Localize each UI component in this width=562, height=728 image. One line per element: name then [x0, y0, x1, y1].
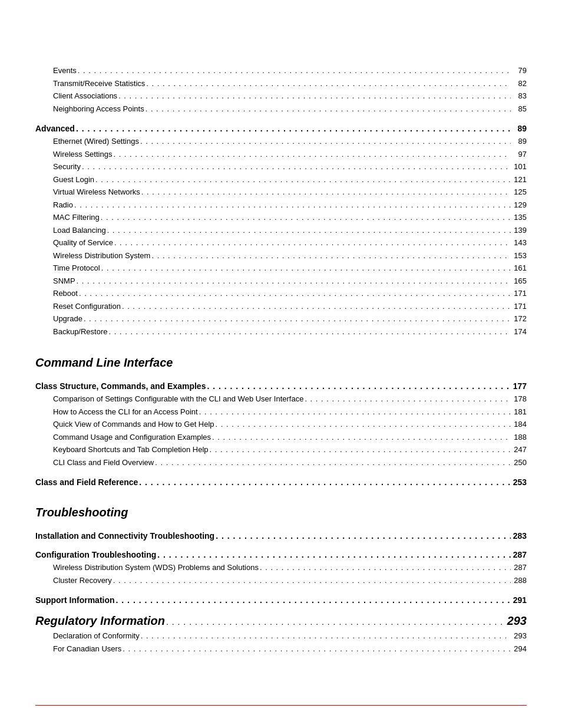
- toc-entry-page: 85: [512, 103, 527, 115]
- toc-entry-dots: . . . . . . . . . . . . . . . . . . . . …: [113, 149, 511, 160]
- toc-entry-page: 89: [512, 136, 527, 147]
- toc-entry-dots: . . . . . . . . . . . . . . . . . . . . …: [260, 562, 511, 574]
- toc-entry-label: Wireless Distribution System (WDS) Probl…: [53, 562, 259, 574]
- toc-entry-dots: . . . . . . . . . . . . . . . . . . . . …: [113, 575, 511, 587]
- toc-entry-dots: . . . . . . . . . . . . . . . . . . . . …: [114, 237, 511, 249]
- toc-entry-dots: . . . . . . . . . . . . . . . . . . . . …: [151, 250, 511, 262]
- section-header-page: 291: [512, 595, 527, 605]
- toc-entry-page: 97: [512, 149, 527, 160]
- chapter-title: Command Line Interface: [35, 356, 527, 370]
- toc-entry: Wireless Distribution System (WDS) Probl…: [35, 562, 527, 574]
- toc-entry-dots: . . . . . . . . . . . . . . . . . . . . …: [82, 161, 511, 173]
- toc-entry-label: Backup/Restore: [53, 326, 108, 338]
- toc-entry-page: 171: [512, 301, 527, 312]
- toc-entry-label: Guest Login: [53, 174, 94, 186]
- toc-entry: CLI Class and Field Overview. . . . . . …: [35, 457, 527, 469]
- toc-section-header: Class Structure, Commands, and Examples.…: [35, 381, 527, 391]
- section-header-label: Configuration Troubleshooting: [35, 550, 156, 559]
- toc-entry: Backup/Restore. . . . . . . . . . . . . …: [35, 326, 527, 338]
- toc-entry-label: Command Usage and Configuration Examples: [53, 431, 211, 443]
- toc-entry-page: 121: [512, 174, 527, 186]
- toc-entry: Upgrade. . . . . . . . . . . . . . . . .…: [35, 313, 527, 325]
- toc-entry: How to Access the CLI for an Access Poin…: [35, 406, 527, 418]
- toc-entry-label: Wireless Distribution System: [53, 250, 150, 262]
- toc-entry: Quality of Service. . . . . . . . . . . …: [35, 237, 527, 249]
- regulatory-header: Regulatory Information. . . . . . . . . …: [35, 614, 527, 628]
- toc-entry-dots: . . . . . . . . . . . . . . . . . . . . …: [107, 225, 511, 236]
- toc-entry-dots: . . . . . . . . . . . . . . . . . . . . …: [123, 643, 511, 655]
- toc-entry-page: 178: [512, 393, 527, 405]
- toc-entry-label: Time Protocol: [53, 262, 100, 274]
- toc-section-header: Support Information. . . . . . . . . . .…: [35, 595, 527, 605]
- section-header-dots: . . . . . . . . . . . . . . . . . . . . …: [139, 477, 511, 487]
- regulatory-page: 293: [507, 614, 527, 628]
- toc-entry-dots: . . . . . . . . . . . . . . . . . . . . …: [74, 199, 511, 211]
- toc-entry-page: 250: [512, 457, 527, 469]
- toc-entry: For Canadian Users. . . . . . . . . . . …: [35, 643, 527, 655]
- toc-entry: Keyboard Shortcuts and Tab Completion He…: [35, 444, 527, 456]
- toc-entry-page: 287: [512, 562, 527, 574]
- toc-entry-label: Ethernet (Wired) Settings: [53, 136, 139, 147]
- toc-entry-label: CLI Class and Field Overview: [53, 457, 154, 469]
- section-header-label: Installation and Connectivity Troublesho…: [35, 531, 214, 541]
- toc-entry-label: Wireless Settings: [53, 149, 112, 160]
- toc-entry-label: Cluster Recovery: [53, 575, 112, 587]
- toc-entry: Load Balancing. . . . . . . . . . . . . …: [35, 225, 527, 236]
- toc-entry-dots: . . . . . . . . . . . . . . . . . . . . …: [95, 174, 511, 186]
- toc-entry-dots: . . . . . . . . . . . . . . . . . . . . …: [146, 103, 511, 115]
- toc-entry-dots: . . . . . . . . . . . . . . . . . . . . …: [101, 262, 511, 274]
- initial-entries: Events. . . . . . . . . . . . . . . . . …: [35, 65, 527, 114]
- toc-entry-page: 174: [512, 326, 527, 338]
- toc-entry-page: 188: [512, 431, 527, 443]
- toc-entry-label: For Canadian Users: [53, 643, 121, 655]
- toc-entry-label: Transmit/Receive Statistics: [53, 78, 145, 90]
- toc-entry-label: Declaration of Conformity: [53, 630, 140, 642]
- section-header-page: 287: [512, 550, 527, 559]
- section-header-label: Class and Field Reference: [35, 477, 138, 487]
- toc-entry-page: 143: [512, 237, 527, 249]
- toc-entry-label: Comparison of Settings Configurable with…: [53, 393, 303, 405]
- toc-entry-page: 181: [512, 406, 527, 418]
- toc-entry: MAC Filtering. . . . . . . . . . . . . .…: [35, 212, 527, 223]
- toc-entry-label: Radio: [53, 199, 73, 211]
- toc-entry: Guest Login. . . . . . . . . . . . . . .…: [35, 174, 527, 186]
- toc-entry: Wireless Distribution System. . . . . . …: [35, 250, 527, 262]
- toc-entry-label: Client Associations: [53, 90, 117, 102]
- toc-entry-dots: . . . . . . . . . . . . . . . . . . . . …: [101, 212, 511, 223]
- toc-entry-dots: . . . . . . . . . . . . . . . . . . . . …: [118, 90, 511, 102]
- regulatory-title: Regulatory Information: [35, 614, 165, 628]
- toc-entry-label: Events: [53, 65, 77, 77]
- toc-entry-dots: . . . . . . . . . . . . . . . . . . . . …: [77, 275, 511, 287]
- toc-entry-page: 125: [512, 186, 527, 198]
- toc-entry-page: 129: [512, 199, 527, 211]
- toc-section-header: Installation and Connectivity Troublesho…: [35, 531, 527, 541]
- toc-entry: Wireless Settings. . . . . . . . . . . .…: [35, 149, 527, 160]
- section-header-dots: . . . . . . . . . . . . . . . . . . . . …: [216, 531, 511, 541]
- toc-entry: Client Associations. . . . . . . . . . .…: [35, 90, 527, 102]
- section-header-page: 283: [512, 531, 527, 541]
- section-header-dots: . . . . . . . . . . . . . . . . . . . . …: [76, 124, 511, 133]
- regulatory-chapter: Regulatory Information. . . . . . . . . …: [35, 614, 527, 654]
- toc-entry-page: 135: [512, 212, 527, 223]
- section-header-label: Advanced: [35, 124, 75, 133]
- regulatory-dots: . . . . . . . . . . . . . . . . . . . . …: [166, 617, 506, 627]
- toc-entry-page: 247: [512, 444, 527, 456]
- toc-entry-dots: . . . . . . . . . . . . . . . . . . . . …: [78, 65, 511, 77]
- section-header-page: 253: [512, 477, 527, 487]
- toc-entry-dots: . . . . . . . . . . . . . . . . . . . . …: [109, 326, 511, 338]
- toc-entry-label: SNMP: [53, 275, 75, 287]
- toc-content: Events. . . . . . . . . . . . . . . . . …: [35, 65, 527, 654]
- toc-entry-page: 139: [512, 225, 527, 236]
- toc-entry: Reboot. . . . . . . . . . . . . . . . . …: [35, 288, 527, 299]
- toc-entry-dots: . . . . . . . . . . . . . . . . . . . . …: [210, 444, 511, 456]
- toc-entry-dots: . . . . . . . . . . . . . . . . . . . . …: [146, 78, 511, 90]
- toc-entry-label: How to Access the CLI for an Access Poin…: [53, 406, 198, 418]
- toc-entry-dots: . . . . . . . . . . . . . . . . . . . . …: [122, 301, 511, 312]
- toc-entry-page: 294: [512, 643, 527, 655]
- toc-entry: Declaration of Conformity. . . . . . . .…: [35, 630, 527, 642]
- toc-entry-page: 101: [512, 161, 527, 173]
- toc-entry-dots: . . . . . . . . . . . . . . . . . . . . …: [216, 419, 511, 430]
- section-header-dots: . . . . . . . . . . . . . . . . . . . . …: [116, 595, 511, 605]
- section-header-dots: . . . . . . . . . . . . . . . . . . . . …: [207, 381, 511, 391]
- toc-entry-label: Load Balancing: [53, 225, 106, 236]
